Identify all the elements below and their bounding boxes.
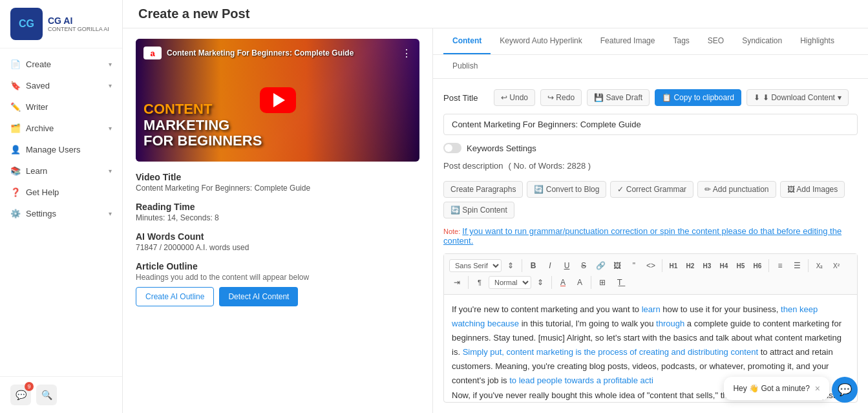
correct-grammar-button[interactable]: ✓ Correct Grammar: [610, 181, 693, 198]
underline-button[interactable]: U: [559, 258, 575, 273]
tab-featured-image[interactable]: Featured Image: [591, 28, 664, 54]
tab-tags[interactable]: Tags: [664, 28, 698, 54]
video-info-section: Video Title Content Marketing For Beginn…: [136, 172, 419, 193]
copy-to-clipboard-button[interactable]: 📋 Copy to clipboard: [655, 89, 741, 106]
tab-syndication[interactable]: Syndication: [733, 28, 791, 54]
spin-content-button[interactable]: 🔄 Spin Content: [443, 202, 514, 218]
redo-button[interactable]: ↪ Redo: [540, 89, 582, 106]
paragraph-icon[interactable]: ¶: [472, 275, 487, 290]
code-button[interactable]: <>: [643, 258, 659, 273]
undo-button[interactable]: ↩ Undo: [494, 89, 535, 106]
search-button[interactable]: 🔍: [36, 385, 57, 405]
h6-button[interactable]: H6: [750, 258, 765, 273]
unordered-list-button[interactable]: ≡: [772, 258, 788, 273]
ordered-list-button[interactable]: ☰: [789, 258, 805, 273]
chat-badge-count: 9: [25, 382, 34, 391]
sidebar-item-label: Archive: [26, 123, 103, 133]
font-size-arrows-icon[interactable]: ⇕: [503, 258, 518, 273]
article-outline-label: Article Outline: [136, 261, 419, 271]
writer-icon: ✏️: [10, 102, 21, 112]
text-highlight-button[interactable]: A: [572, 275, 587, 290]
learn-icon: 📚: [10, 166, 21, 176]
sidebar-item-manage-users[interactable]: 👤 Manage Users: [0, 139, 122, 160]
sidebar-nav: 📄 Create ▾ 🔖 Saved ▾ ✏️ Writer 🗂️ Archiv…: [0, 48, 122, 376]
add-punctuation-button[interactable]: ✏ Add punctuation: [697, 181, 776, 198]
video-text-line1: CONTENT: [143, 101, 212, 117]
subscript-button[interactable]: X₂: [812, 258, 827, 273]
users-icon: 👤: [10, 145, 21, 154]
tabs-bar: Content Keyword Auto Hyperlink Featured …: [433, 28, 868, 55]
video-thumbnail: a Content Marketing For Beginners: Compl…: [136, 39, 419, 162]
reading-time-label: Reading Time: [136, 202, 419, 212]
chevron-down-icon: ▾: [109, 61, 112, 68]
image-button[interactable]: 🖼: [609, 258, 625, 273]
keywords-settings-row: Keywords Settings: [443, 143, 858, 153]
create-icon: 📄: [10, 59, 21, 69]
post-title-row: Post Title ↩ Undo ↪ Redo 💾 Save Draft 📋 …: [443, 89, 858, 106]
keywords-toggle[interactable]: [443, 143, 461, 153]
indent-button[interactable]: ⇥: [449, 275, 465, 290]
bold-button[interactable]: B: [525, 258, 541, 273]
sidebar-item-label: Create: [26, 59, 103, 69]
sidebar-item-label: Get Help: [26, 187, 112, 197]
sidebar-item-learn[interactable]: 📚 Learn ▾: [0, 160, 122, 182]
tab-seo[interactable]: SEO: [699, 28, 733, 54]
h1-button[interactable]: H1: [666, 258, 681, 273]
sidebar-bottom: 💬 9 🔍: [0, 376, 122, 413]
convert-to-blog-button[interactable]: 🔄 Convert to Blog: [527, 181, 606, 198]
remove-format-button[interactable]: T͟: [611, 275, 627, 290]
sidebar-item-settings[interactable]: ⚙️ Settings ▾: [0, 203, 122, 224]
italic-button[interactable]: I: [542, 258, 558, 273]
tab-keyword-auto-hyperlink[interactable]: Keyword Auto Hyperlink: [491, 28, 591, 54]
chat-button[interactable]: 💬 9: [10, 385, 31, 405]
help-icon: ❓: [10, 187, 21, 197]
chat-close-button[interactable]: ×: [815, 383, 820, 394]
page-title: Create a new Post: [138, 6, 852, 21]
chat-icon-button[interactable]: 💬: [832, 377, 858, 403]
post-description-row: Post description ( No. of Words: 2828 ): [443, 161, 858, 171]
settings-icon: ⚙️: [10, 209, 21, 218]
sidebar-item-get-help[interactable]: ❓ Get Help: [0, 182, 122, 203]
size-arrows-icon[interactable]: ⇕: [533, 275, 548, 290]
strikethrough-button[interactable]: S: [576, 258, 591, 273]
font-family-select[interactable]: Sans Serif: [449, 259, 502, 272]
quote-button[interactable]: ": [626, 258, 642, 273]
main-content: Create a new Post a Content Marketing Fo…: [123, 0, 868, 413]
note-text: Note: If you want to run grammar/punctua…: [443, 226, 858, 246]
post-title-input[interactable]: [443, 114, 858, 135]
sidebar-item-create[interactable]: 📄 Create ▾: [0, 54, 122, 75]
superscript-button[interactable]: X²: [829, 258, 844, 273]
detect-ai-content-button[interactable]: Detect AI Content: [219, 287, 298, 306]
sidebar-item-label: Manage Users: [26, 145, 112, 154]
font-size-select[interactable]: Normal: [489, 276, 531, 289]
h2-button[interactable]: H2: [683, 258, 698, 273]
save-draft-button[interactable]: 💾 Save Draft: [587, 89, 650, 106]
tab-publish[interactable]: Publish: [443, 55, 487, 78]
post-desc-label: Post description: [443, 161, 503, 171]
chevron-down-icon: ▾: [109, 167, 112, 175]
h5-button[interactable]: H5: [733, 258, 748, 273]
video-title-text: Content Marketing For Beginners: Complet…: [167, 48, 354, 58]
add-images-button[interactable]: 🖼 Add Images: [780, 181, 845, 198]
h3-button[interactable]: H3: [699, 258, 715, 273]
h4-button[interactable]: H4: [716, 258, 732, 273]
post-title-label: Post Title: [443, 93, 489, 103]
chevron-down-icon: ▾: [109, 210, 112, 217]
create-paragraphs-button[interactable]: Create Paragraphs: [443, 181, 523, 198]
tab-highlights[interactable]: Highlights: [791, 28, 843, 54]
sidebar-item-archive[interactable]: 🗂️ Archive ▾: [0, 118, 122, 139]
editor-area: Post Title ↩ Undo ↪ Redo 💾 Save Draft 📋 …: [433, 79, 868, 413]
note-link[interactable]: If you want to run grammar/punctuation c…: [443, 226, 842, 246]
download-content-button[interactable]: ⬇ ⬇ Download Content ▾: [746, 89, 849, 106]
sidebar-item-writer[interactable]: ✏️ Writer: [0, 96, 122, 118]
align-left-button[interactable]: ⊞: [595, 275, 610, 290]
right-panel: Content Keyword Auto Hyperlink Featured …: [433, 28, 868, 413]
tab-content[interactable]: Content: [443, 28, 491, 54]
chevron-down-icon: ▾: [109, 125, 112, 132]
sidebar-item-saved[interactable]: 🔖 Saved ▾: [0, 75, 122, 96]
create-ai-outline-button[interactable]: Create AI Outline: [136, 287, 214, 306]
chat-icon: 💬: [838, 383, 852, 397]
link-button[interactable]: 🔗: [593, 258, 608, 273]
logo-text: CG AI: [48, 16, 109, 26]
text-color-button[interactable]: A: [555, 275, 571, 290]
